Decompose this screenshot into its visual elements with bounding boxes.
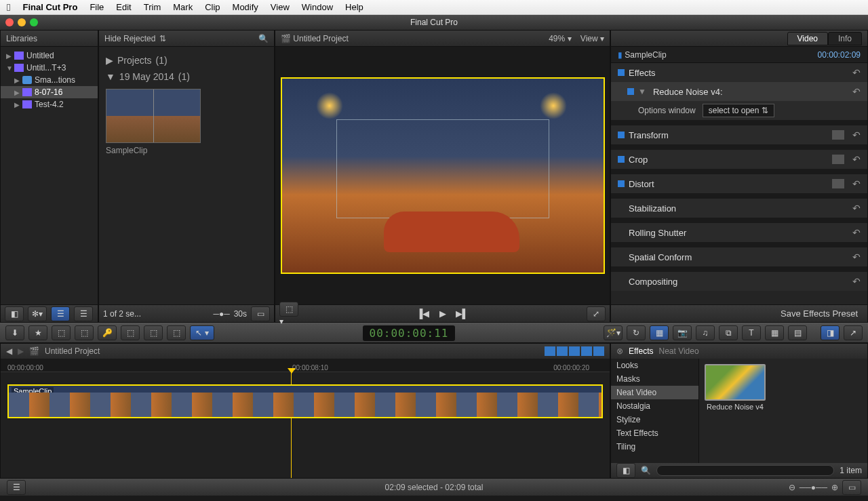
connect-button[interactable]: ⬚ (121, 325, 140, 340)
play-button[interactable]: ▶ (439, 308, 446, 319)
list-view-button[interactable]: ☰ (74, 306, 93, 321)
clip-thumbnail-sampleclip[interactable]: SampleClip (106, 89, 267, 155)
snapping-button[interactable] (581, 346, 592, 356)
tool-button[interactable]: ⬚ (75, 325, 94, 340)
timeline-index-button[interactable] (545, 346, 555, 356)
keyword-button[interactable]: ★ (28, 325, 47, 340)
menu-modify[interactable]: Modify (233, 2, 258, 12)
gear-menu-button[interactable]: ✻▾ (28, 306, 47, 321)
menu-file[interactable]: File (90, 2, 104, 12)
distort-icon[interactable] (832, 179, 844, 188)
disclosure-icon[interactable]: ▼ (106, 71, 115, 82)
library-item-8-07-16[interactable]: ▶8-07-16 (1, 86, 98, 98)
skimming-button[interactable] (593, 346, 604, 356)
fx-category-tiling[interactable]: Tiling (611, 440, 698, 454)
timeline-index-button[interactable]: ☰ (7, 480, 26, 495)
reset-icon[interactable]: ↶ (852, 86, 861, 97)
viewer-zoom[interactable]: 49% (549, 34, 565, 43)
reset-icon[interactable]: ↶ (852, 203, 861, 214)
generators-browser-button[interactable]: ▦ (765, 325, 784, 340)
audio-lanes-button[interactable] (557, 346, 568, 356)
library-item-test-4-2[interactable]: ▶Test-4.2 (1, 98, 98, 111)
transform-tool-button[interactable]: ⬚ (279, 302, 298, 317)
reset-icon[interactable]: ↶ (852, 252, 861, 262)
prev-edit-button[interactable]: ▐◀ (416, 308, 429, 319)
insert-button[interactable]: ⬚ (144, 325, 163, 340)
reset-icon[interactable]: ↶ (852, 276, 861, 287)
append-button[interactable]: ⬚ (167, 325, 186, 340)
filmstrip-view-button[interactable]: ☰ (51, 306, 70, 321)
menu-help[interactable]: Help (345, 2, 363, 12)
crop-checkbox[interactable] (618, 156, 625, 163)
toggle-sidebar-button[interactable]: ◧ (5, 306, 24, 321)
close-icon[interactable]: ⊗ (616, 346, 623, 356)
effects-search-field[interactable] (656, 465, 834, 476)
crop-icon[interactable] (832, 155, 844, 164)
minimize-window-button[interactable] (18, 18, 26, 26)
reset-icon[interactable]: ↶ (852, 154, 861, 165)
save-effects-preset-button[interactable]: Save Effects Preset (775, 308, 863, 319)
distort-checkbox[interactable] (618, 180, 625, 187)
inspector-section-transform[interactable]: Transform↶ (611, 125, 867, 144)
inspector-section-rolling-shutter[interactable]: Rolling Shutter↶ (611, 223, 867, 242)
reduce-noise-checkbox[interactable] (627, 88, 634, 95)
projects-group-header[interactable]: ▶ Projects (1) (106, 52, 267, 68)
menu-trim[interactable]: Trim (144, 2, 161, 12)
fx-category-neat-video[interactable]: Neat Video (611, 386, 698, 399)
effect-item-reduce-noise[interactable]: Reduce Noise v4 (705, 364, 766, 411)
music-browser-button[interactable]: ♫ (696, 325, 715, 340)
library-item-untitl-t3[interactable]: ▼Untitl...T+3 (1, 62, 98, 74)
app-name[interactable]: Final Cut Pro (22, 2, 77, 12)
close-window-button[interactable] (5, 18, 14, 26)
zoom-dropdown-icon[interactable]: ▾ (568, 34, 572, 43)
maximize-window-button[interactable] (30, 18, 38, 26)
zoom-slider[interactable]: ──●── (800, 483, 827, 492)
options-select[interactable]: select to open ⇅ (703, 104, 774, 117)
reset-icon[interactable]: ↶ (852, 129, 861, 140)
inspector-section-compositing[interactable]: Compositing↶ (611, 272, 867, 291)
toggle-categories-button[interactable]: ◧ (616, 463, 635, 478)
transform-dropdown-icon[interactable]: ▾ (279, 317, 283, 326)
search-icon[interactable]: 🔍 (258, 34, 269, 43)
tool-button[interactable]: ⬚ (52, 325, 71, 340)
fx-category-masks[interactable]: Masks (611, 372, 698, 386)
share-button[interactable]: ↗ (844, 325, 863, 340)
effects-checkbox[interactable] (618, 69, 625, 76)
menu-view[interactable]: View (271, 2, 290, 12)
menu-edit[interactable]: Edit (116, 2, 131, 12)
retiming-button[interactable]: 🪄▾ (604, 325, 623, 340)
inspector-section-stabilization[interactable]: Stabilization↶ (611, 199, 867, 218)
fx-category-text-effects[interactable]: Text Effects (611, 426, 698, 440)
fullscreen-button[interactable]: ⤢ (587, 306, 606, 321)
transitions-browser-button[interactable]: ⧉ (719, 325, 738, 340)
transform-checkbox[interactable] (618, 132, 625, 138)
inspector-section-distort[interactable]: Distort↶ (611, 174, 867, 193)
inspector-tab-video[interactable]: Video (787, 32, 828, 45)
fx-category-nostalgia[interactable]: Nostalgia (611, 399, 698, 413)
loop-button[interactable]: ↻ (627, 325, 646, 340)
clip-appearance-button[interactable]: ▭ (251, 306, 270, 321)
reset-icon[interactable]: ↶ (852, 227, 861, 238)
inspector-section-effects[interactable]: Effects↶ (611, 63, 867, 82)
enhance-button[interactable]: 🔑 (98, 325, 117, 340)
library-item-untitled[interactable]: ▶Untitled (1, 49, 98, 62)
timeline-tracks[interactable]: SampleClip (1, 372, 610, 478)
zoom-out-button[interactable]: ⊖ (789, 483, 795, 492)
timeline-ruler[interactable]: 00:00:00:00 00:00:08:10 00:00:00:20 (1, 359, 610, 372)
reset-icon[interactable]: ↶ (852, 178, 861, 189)
clip-appearance-button[interactable] (569, 346, 580, 356)
filter-dropdown-icon[interactable]: ⇅ (159, 34, 166, 43)
fx-category-stylize[interactable]: Stylize (611, 413, 698, 426)
thumbnail-size-slider[interactable]: ─●─ (213, 309, 229, 319)
reset-icon[interactable]: ↶ (852, 67, 861, 78)
timeline-clip-sampleclip[interactable]: SampleClip (7, 384, 603, 418)
filter-label[interactable]: Hide Rejected (104, 34, 155, 43)
inspector-toggle-button[interactable]: ◨ (821, 325, 840, 340)
inspector-tab-info[interactable]: Info (828, 32, 862, 45)
titles-browser-button[interactable]: T (742, 325, 761, 340)
zoom-in-button[interactable]: ⊕ (831, 483, 838, 492)
menu-window[interactable]: Window (302, 2, 333, 12)
clip-appearance-button[interactable]: ▭ (842, 480, 861, 495)
view-menu-label[interactable]: View (580, 34, 598, 43)
disclosure-icon[interactable]: ▼ (638, 87, 646, 96)
